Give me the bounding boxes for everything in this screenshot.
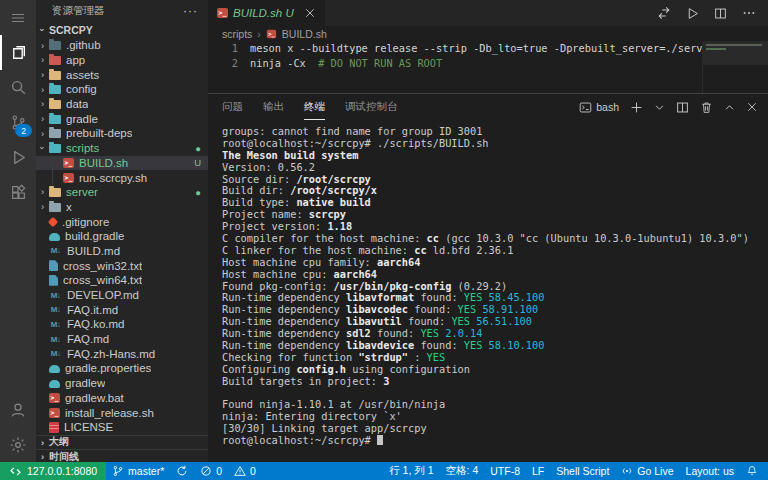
status-branch[interactable]: master* [106,462,170,480]
close-tab-icon[interactable] [304,7,316,19]
activity-account[interactable] [0,392,36,427]
sidebar-section-时间线[interactable]: ›时间线 [36,449,208,462]
activity-source-control[interactable]: 2 [0,105,36,140]
tree-item-build-md[interactable]: M↓BUILD.md [36,244,208,259]
tree-item-app[interactable]: ›app [36,53,208,68]
tree-item-build-sh[interactable]: >_BUILD.shU [36,156,208,171]
shell-selector[interactable]: bash [579,101,619,114]
folder-icon [49,41,61,50]
explorer-sidebar: 资源管理器 ··· › SCRCPY ›.github›app›assets›c… [36,0,208,462]
breadcrumb-folder[interactable]: scripts [222,28,252,40]
tree-item-cross-win32-txt[interactable]: cross_win32.txt [36,258,208,273]
tree-item-x[interactable]: ›x [36,200,208,215]
tree-item-license[interactable]: LICENSE [36,420,208,435]
project-root-folder[interactable]: › SCRCPY [36,22,208,38]
status-keyboard-layout[interactable]: Layout: us [680,462,740,480]
more-actions-icon[interactable] [742,6,756,20]
open-changes-icon[interactable] [657,6,671,20]
tree-item-develop-md[interactable]: M↓DEVELOP.md [36,288,208,303]
chevron-right-icon[interactable]: › [36,85,49,95]
select-shell-icon[interactable] [654,102,665,113]
tree-item-install-release-sh[interactable]: >_install_release.sh [36,405,208,420]
panel-tab-终端[interactable]: 终端 [304,94,325,120]
terminal-output[interactable]: groups: cannot find name for group ID 30… [208,120,768,462]
tree-item-faq-it-md[interactable]: M↓FAQ.it.md [36,302,208,317]
chevron-right-icon[interactable]: › [36,41,49,51]
status-remote[interactable]: 127.0.0.1:8080 [0,462,106,480]
tree-item--gitignore[interactable]: .gitignore [36,214,208,229]
kill-terminal-icon[interactable] [700,101,713,114]
markdown-file-icon: M↓ [49,305,62,314]
panel-tab-调试控制台[interactable]: 调试控制台 [345,95,398,120]
tab-build-sh[interactable]: >_ BUILD.sh U [208,0,325,26]
search-icon [10,79,27,96]
file-tree: ›.github›app›assets›config›data›gradle›p… [36,38,208,435]
shell-file-icon: >_ [49,393,60,403]
breadcrumb[interactable]: scripts › >_ BUILD.sh [208,26,768,41]
sidebar-section-大纲[interactable]: ›大纲 [36,435,208,450]
activity-extensions[interactable] [0,175,36,210]
tree-item-gradlew[interactable]: gradlew [36,376,208,391]
folder-icon [49,129,61,138]
chevron-right-icon[interactable]: › [36,202,49,212]
tree-item-label: .gitignore [62,216,109,228]
activity-explorer[interactable] [0,35,36,70]
tree-item-config[interactable]: ›config [36,82,208,97]
run-file-icon[interactable] [686,7,699,20]
terminal-line: root@localhost:~/scrcpy# [222,435,768,447]
status-sync[interactable] [170,462,194,480]
status-indentation[interactable]: 空格: 4 [440,462,485,480]
chevron-down-icon[interactable]: › [38,142,48,155]
tree-item-run-scrcpy-sh[interactable]: >_run-scrcpy.sh [36,170,208,185]
chevron-right-icon[interactable]: › [36,114,49,124]
tree-item-gradle[interactable]: ›gradle [36,111,208,126]
tree-item-data[interactable]: ›data [36,97,208,112]
chevron-right-icon[interactable]: › [36,70,49,80]
maximize-panel-icon[interactable] [724,102,735,113]
panel-actions: bash [579,101,758,114]
status-language-mode[interactable]: Shell Script [550,462,615,480]
tree-item-prebuilt-deps[interactable]: ›prebuilt-deps [36,126,208,141]
status-go-live[interactable]: Go Live [615,462,679,480]
status-encoding[interactable]: UTF-8 [484,462,526,480]
status-eol[interactable]: LF [526,462,550,480]
tree-item-faq-md[interactable]: M↓FAQ.md [36,332,208,347]
explorer-more-actions-icon[interactable]: ··· [183,4,198,18]
bottom-panel: 问题输出终端调试控制台bash groups: cannot find name… [208,93,768,462]
tree-item-faq-zh-hans-md[interactable]: M↓FAQ.zh-Hans.md [36,346,208,361]
new-terminal-icon[interactable] [630,101,643,114]
chevron-right-icon[interactable]: › [36,99,49,109]
split-editor-icon[interactable] [714,7,727,20]
tree-item-build-gradle[interactable]: build.gradle [36,229,208,244]
tree-item-scripts[interactable]: ›scripts● [36,141,208,156]
markdown-file-icon: M↓ [49,320,62,329]
tree-item--github[interactable]: ›.github [36,38,208,53]
activity-menu[interactable] [0,0,36,35]
panel-tab-问题[interactable]: 问题 [222,95,243,120]
code-editor[interactable]: 1meson x --buildtype release --strip -Db… [208,41,768,93]
breadcrumb-file[interactable]: BUILD.sh [282,28,327,40]
close-panel-icon[interactable] [746,101,758,113]
status-warnings[interactable]: 0 [228,462,262,480]
status-cursor-position[interactable]: 行 1, 列 1 [383,462,439,480]
panel-tab-输出[interactable]: 输出 [263,95,284,120]
status-label: master* [128,465,164,477]
chevron-right-icon[interactable]: › [36,187,49,197]
tree-item-cross-win64-txt[interactable]: cross_win64.txt [36,273,208,288]
tree-item-assets[interactable]: ›assets [36,67,208,82]
tree-item-gradlew-bat[interactable]: >_gradlew.bat [36,391,208,406]
sync-icon [176,465,188,477]
chevron-right-icon[interactable]: › [36,55,49,65]
chevron-right-icon[interactable]: › [36,129,49,139]
tree-item-faq-ko-md[interactable]: M↓FAQ.ko.md [36,317,208,332]
activity-search[interactable] [0,70,36,105]
split-terminal-icon[interactable] [676,101,689,114]
minimap[interactable] [702,41,768,93]
activity-settings[interactable] [0,427,36,462]
status-notifications[interactable] [740,462,764,480]
status-errors[interactable]: 0 [194,462,228,480]
activity-run-debug[interactable] [0,140,36,175]
tree-item-server[interactable]: ›server● [36,185,208,200]
git-status-badge: ● [195,143,201,154]
tree-item-gradle-properties[interactable]: gradle.properties [36,361,208,376]
